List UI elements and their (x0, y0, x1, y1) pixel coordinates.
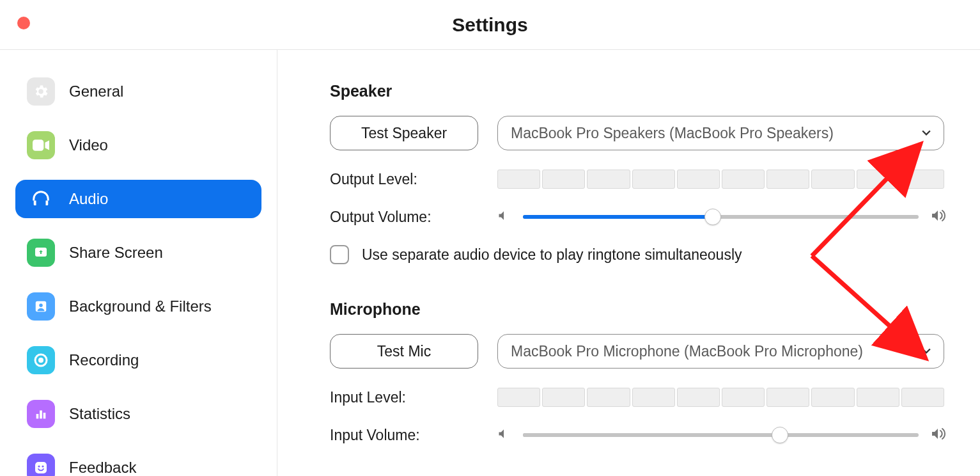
separate-ringtone-label: Use separate audio device to play ringto… (362, 246, 742, 264)
sidebar-item-audio[interactable]: Audio (15, 180, 261, 218)
output-level-meter (497, 170, 944, 189)
sidebar-item-general[interactable]: General (15, 72, 261, 111)
chevron-down-icon (922, 345, 931, 357)
test-mic-button[interactable]: Test Mic (330, 334, 478, 369)
titlebar: Settings (0, 0, 980, 50)
svg-rect-0 (33, 139, 43, 150)
output-level-label: Output Level: (330, 171, 497, 188)
speaker-loud-icon (930, 208, 944, 226)
input-volume-label: Input Volume: (330, 427, 497, 444)
record-icon (27, 346, 55, 374)
svg-rect-6 (36, 414, 39, 418)
sidebar-item-background-filters[interactable]: Background & Filters (15, 287, 261, 326)
svg-point-10 (38, 465, 40, 467)
sidebar-item-feedback[interactable]: Feedback (15, 448, 261, 476)
chevron-down-icon (922, 127, 931, 139)
share-screen-icon (27, 239, 55, 267)
mic-device-dropdown[interactable]: MacBook Pro Microphone (MacBook Pro Micr… (497, 334, 944, 369)
microphone-section-title: Microphone (330, 300, 944, 319)
output-volume-slider[interactable] (523, 209, 919, 225)
sidebar-item-recording[interactable]: Recording (15, 341, 261, 379)
input-level-meter (497, 388, 944, 407)
sidebar-item-label: Recording (69, 351, 139, 369)
sidebar-item-label: General (69, 83, 123, 100)
sidebar-item-statistics[interactable]: Statistics (15, 395, 261, 433)
input-level-label: Input Level: (330, 389, 497, 406)
bar-chart-icon (27, 400, 55, 428)
gear-icon (27, 77, 55, 106)
sidebar-item-label: Share Screen (69, 244, 163, 262)
main-panel: Speaker Test Speaker MacBook Pro Speaker… (277, 50, 980, 476)
svg-rect-8 (43, 413, 46, 418)
person-icon (27, 292, 55, 321)
sidebar-item-label: Background & Filters (69, 298, 212, 315)
window-title: Settings (452, 14, 527, 36)
speaker-mute-icon (497, 209, 511, 225)
output-volume-label: Output Volume: (330, 209, 497, 226)
test-speaker-button[interactable]: Test Speaker (330, 116, 478, 150)
sidebar-item-label: Statistics (69, 405, 130, 423)
smile-icon (27, 454, 55, 476)
svg-point-3 (39, 303, 43, 307)
speaker-section-title: Speaker (330, 82, 944, 100)
headphones-icon (27, 185, 55, 213)
sidebar-item-label: Feedback (69, 459, 136, 476)
input-volume-slider[interactable] (523, 427, 919, 443)
svg-point-5 (38, 358, 43, 363)
separate-ringtone-checkbox[interactable] (330, 245, 349, 264)
svg-rect-7 (40, 411, 42, 419)
mic-device-value: MacBook Pro Microphone (MacBook Pro Micr… (511, 343, 863, 360)
speaker-device-dropdown[interactable]: MacBook Pro Speakers (MacBook Pro Speake… (497, 116, 944, 150)
close-window-dot[interactable] (17, 17, 30, 29)
speaker-loud-icon (930, 426, 944, 444)
svg-rect-9 (35, 462, 47, 473)
sidebar: General Video Audio Share Screen Backgro (0, 50, 277, 476)
speaker-mute-icon (497, 427, 511, 443)
sidebar-item-video[interactable]: Video (15, 126, 261, 164)
video-icon (27, 131, 55, 159)
sidebar-item-label: Audio (69, 190, 108, 208)
speaker-device-value: MacBook Pro Speakers (MacBook Pro Speake… (511, 125, 834, 142)
sidebar-item-label: Video (69, 136, 108, 154)
sidebar-item-share-screen[interactable]: Share Screen (15, 234, 261, 272)
svg-point-11 (42, 465, 43, 467)
